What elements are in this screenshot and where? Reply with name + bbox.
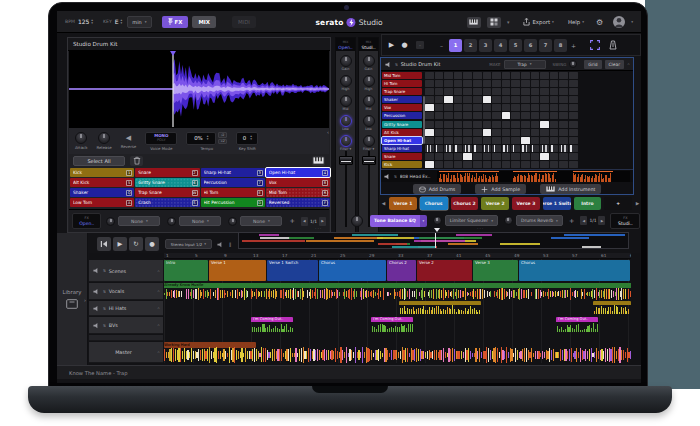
- step-cell[interactable]: [483, 153, 492, 160]
- step-cell[interactable]: [425, 129, 434, 136]
- fx-mode-button[interactable]: FX: [162, 16, 189, 28]
- section-chip-chorus[interactable]: Chorus: [420, 197, 448, 210]
- collapse-track-chevron[interactable]: ›: [155, 351, 161, 353]
- step-cell[interactable]: [483, 161, 492, 168]
- step-cell[interactable]: [559, 72, 568, 79]
- fx-slot1-select[interactable]: Limiter Squeezer▾: [445, 215, 498, 226]
- strip-mid-control[interactable]: Mid: [336, 95, 355, 112]
- step-cell[interactable]: [502, 161, 511, 168]
- add-drums-button[interactable]: Add Drums: [413, 184, 462, 194]
- step-cell[interactable]: [550, 112, 559, 119]
- step-cell[interactable]: [502, 96, 511, 103]
- step-cell[interactable]: [425, 96, 434, 103]
- collapse-track-chevron[interactable]: ›: [155, 324, 161, 326]
- step-cell[interactable]: [463, 96, 472, 103]
- key-stepper[interactable]: ▴▾: [121, 19, 123, 25]
- step-cell[interactable]: [531, 161, 540, 168]
- show-piano-button[interactable]: [312, 156, 325, 166]
- step-cell[interactable]: [483, 121, 492, 128]
- strip-high-control[interactable]: High: [359, 75, 378, 92]
- fx-slot2-select[interactable]: Drums Reverb▾: [516, 215, 563, 226]
- step-cell[interactable]: [511, 72, 520, 79]
- song-play-button[interactable]: ▶: [113, 237, 127, 251]
- strip-gain-control[interactable]: Gain: [359, 55, 378, 72]
- scene-clip-chorus[interactable]: Chorus: [319, 260, 386, 281]
- step-cell[interactable]: [454, 121, 463, 128]
- step-cell[interactable]: [569, 161, 578, 168]
- pause-icon[interactable]: ‖: [229, 242, 231, 247]
- step-cell[interactable]: [425, 161, 434, 168]
- step-cell[interactable]: [569, 104, 578, 111]
- pad-kick[interactable]: Kick1: [70, 168, 134, 177]
- solo-badge[interactable]: S: [103, 306, 106, 311]
- song-record-button[interactable]: ●: [145, 237, 159, 251]
- scene-clip-verse-1[interactable]: Verse 1: [209, 260, 266, 281]
- step-cell[interactable]: [521, 80, 530, 87]
- step-cell[interactable]: [559, 104, 568, 111]
- step-cell[interactable]: [550, 161, 559, 168]
- collapse-track-chevron[interactable]: ›: [155, 307, 161, 309]
- library-expand-arrow[interactable]: ›: [84, 297, 86, 303]
- bar-button-8[interactable]: 8: [554, 39, 567, 52]
- step-cell[interactable]: [435, 153, 444, 160]
- step-cell[interactable]: [559, 137, 568, 144]
- mixer-collapse-chevron[interactable]: ‹: [327, 129, 329, 135]
- step-cell[interactable]: [444, 80, 453, 87]
- step-cell[interactable]: [559, 145, 568, 152]
- metronome-button[interactable]: [608, 40, 618, 50]
- step-cell[interactable]: [435, 104, 444, 111]
- step-cell[interactable]: [550, 121, 559, 128]
- step-cell[interactable]: [435, 145, 444, 152]
- speaker-icon[interactable]: [93, 267, 100, 274]
- pad-low-tom[interactable]: Low TomA: [70, 198, 134, 207]
- bv-clip[interactable]: I'm Coming Out..: [556, 317, 598, 333]
- fx-slot-select[interactable]: None▾: [240, 216, 282, 226]
- panel-resize-dots[interactable]: ···: [315, 226, 322, 231]
- add-bar-button[interactable]: +: [571, 42, 576, 49]
- step-cell[interactable]: [454, 129, 463, 136]
- strip-filter-control[interactable]: Filter ▾: [359, 135, 378, 152]
- pad-alt-kick[interactable]: Alt Kick5: [70, 178, 134, 187]
- record-button[interactable]: ●: [398, 39, 411, 52]
- library-sidebar[interactable]: Library ›: [57, 233, 88, 365]
- step-cell[interactable]: [511, 96, 520, 103]
- step-cell[interactable]: [463, 137, 472, 144]
- step-cell[interactable]: [492, 153, 501, 160]
- transport-options-button[interactable]: –: [416, 41, 424, 49]
- playhead-marker[interactable]: [434, 228, 440, 232]
- pad-hit-percussion[interactable]: Hit PercussionD: [201, 198, 265, 207]
- section-chip-verse-3[interactable]: Verse 3: [512, 197, 540, 210]
- clear-button[interactable]: Clear: [605, 60, 624, 69]
- step-cell[interactable]: [540, 137, 549, 144]
- step-cell[interactable]: [425, 145, 434, 152]
- strip-high-control[interactable]: High: [336, 75, 355, 92]
- step-cell[interactable]: [463, 161, 472, 168]
- step-cell[interactable]: [502, 145, 511, 152]
- step-cell[interactable]: [425, 104, 434, 111]
- pad-mid-tom[interactable]: Mid TomR: [266, 188, 330, 197]
- step-cell[interactable]: [540, 145, 549, 152]
- pad-percussion[interactable]: Percussion7: [201, 178, 265, 187]
- step-cell[interactable]: [511, 121, 520, 128]
- step-cell[interactable]: [550, 80, 559, 87]
- user-avatar[interactable]: [613, 16, 625, 28]
- seq-track-mid-tom[interactable]: Mid Tom: [382, 72, 422, 79]
- step-cell[interactable]: [531, 112, 540, 119]
- step-cell[interactable]: [463, 72, 472, 79]
- expand-view-button[interactable]: [590, 40, 600, 50]
- scene-clip-chorus-2[interactable]: Chorus 2: [387, 260, 416, 281]
- bv-clip[interactable]: I'm Coming Out..: [371, 317, 413, 333]
- step-cell[interactable]: [531, 96, 540, 103]
- step-cell[interactable]: [483, 137, 492, 144]
- show-pads-button[interactable]: [487, 17, 501, 28]
- step-cell[interactable]: [531, 121, 540, 128]
- step-cell[interactable]: [473, 80, 482, 87]
- step-cell[interactable]: [502, 88, 511, 95]
- step-cell[interactable]: [435, 96, 444, 103]
- step-cell[interactable]: [550, 137, 559, 144]
- step-cell[interactable]: [454, 145, 463, 152]
- step-cell[interactable]: [531, 72, 540, 79]
- midi-button[interactable]: MIDI: [232, 16, 256, 28]
- fx-slot-knob[interactable]: [167, 217, 176, 226]
- attack-control[interactable]: Attack: [75, 132, 87, 150]
